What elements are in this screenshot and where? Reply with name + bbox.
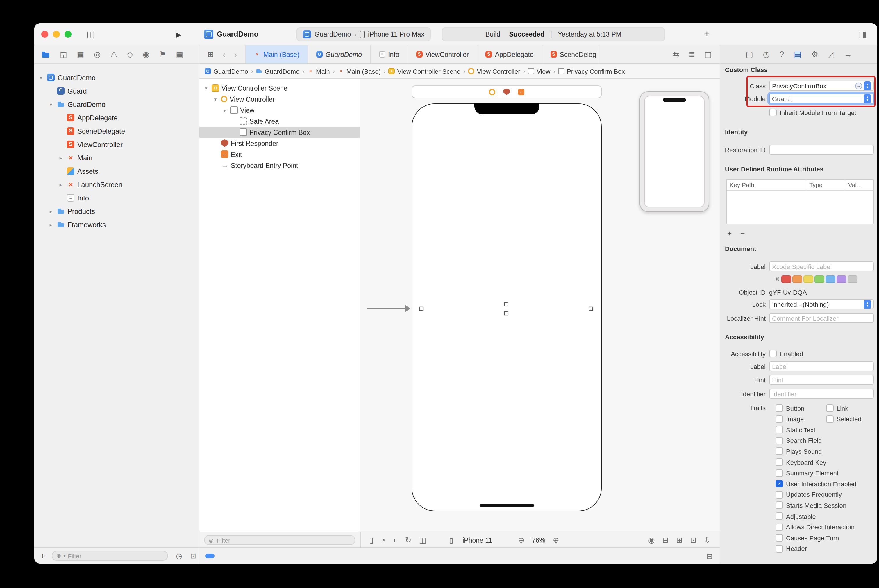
zoom-level[interactable]: 76% — [532, 537, 545, 543]
zoom-window-button[interactable] — [65, 31, 72, 38]
trait-checkbox[interactable] — [775, 534, 783, 542]
a11y-hint-field[interactable]: Hint — [769, 375, 874, 385]
clear-color-button[interactable]: × — [775, 275, 779, 282]
outline-item[interactable]: ←Exit — [200, 149, 360, 160]
outline-item[interactable]: Safe Area — [200, 116, 360, 127]
device-label-group[interactable]: ▯ iPhone 11 — [449, 532, 492, 548]
tab-overview-icon[interactable]: ⊞ — [207, 51, 214, 58]
identity-inspector-icon[interactable]: ▤ — [794, 51, 801, 58]
selection-handle-right[interactable] — [589, 307, 593, 311]
activity-view[interactable]: Build Succeeded | Yesterday at 5:13 PM — [442, 27, 665, 41]
connections-inspector-icon[interactable]: → — [844, 51, 852, 58]
trait-checkbox[interactable] — [775, 404, 783, 412]
navigator-item[interactable]: ▸Products — [34, 204, 199, 218]
disclosure-triangle[interactable]: ▾ — [212, 96, 219, 102]
inspector-toggle-icon[interactable]: ◨ — [859, 23, 867, 45]
outline-item[interactable]: First Responder — [200, 138, 360, 149]
trait-item[interactable]: Header — [775, 544, 807, 553]
outline-item[interactable]: ▾View Controller Scene — [200, 82, 360, 93]
trait-item[interactable]: Search Field — [775, 436, 822, 445]
run-button[interactable]: ▶ — [176, 23, 181, 45]
align-icon[interactable]: ⊞ — [676, 536, 683, 544]
breadcrumb-item[interactable]: View — [528, 68, 550, 75]
issue-navigator-icon[interactable]: ⚠ — [110, 51, 117, 58]
file-inspector-icon[interactable]: ▢ — [745, 51, 753, 58]
editor-adjust-icon[interactable]: ≣ — [689, 51, 695, 58]
trait-checkbox[interactable] — [775, 415, 783, 423]
accessibility-enabled-checkbox[interactable] — [769, 350, 777, 357]
report-navigator-icon[interactable]: ▤ — [176, 51, 183, 58]
view-controller-dock-icon[interactable] — [489, 88, 495, 95]
navigator-item[interactable]: Assets — [34, 164, 199, 178]
trait-checkbox[interactable] — [775, 458, 783, 466]
document-label-field[interactable]: Xcode Specific Label — [769, 261, 874, 272]
outline-item[interactable]: ▾View Controller — [200, 93, 360, 105]
navigator-item[interactable]: SSceneDelegate — [34, 124, 199, 138]
a11y-label-field[interactable]: Label — [769, 362, 874, 371]
trait-item[interactable]: ✓User Interaction Enabled — [775, 479, 856, 488]
recents-filter-icon[interactable]: ◷ — [176, 552, 182, 559]
breadcrumb-item[interactable]: ×Main — [307, 68, 330, 75]
trait-checkbox[interactable] — [775, 502, 783, 509]
storyboard-canvas[interactable]: ← — [361, 79, 720, 532]
label-color-swatch[interactable] — [804, 275, 814, 283]
outline-item[interactable]: Privacy Confirm Box — [200, 127, 360, 138]
trait-item[interactable]: Static Text — [775, 425, 815, 434]
selection-handle-center-bottom[interactable] — [504, 311, 508, 315]
appearance-icon[interactable]: ◐ — [393, 536, 398, 544]
trait-item[interactable]: Updates Frequently — [775, 490, 842, 499]
scheme-selector[interactable]: GuardDemo › iPhone 11 Pro Max — [296, 27, 431, 41]
trait-item[interactable]: Button — [775, 404, 805, 412]
find-navigator-icon[interactable]: ◎ — [94, 51, 101, 58]
attributes-inspector-icon[interactable]: ⚙ — [811, 51, 818, 58]
disclosure-triangle[interactable]: ▸ — [57, 155, 64, 160]
navigator-item[interactable]: ▸×LaunchScreen — [34, 178, 199, 191]
add-file-button[interactable]: + — [40, 551, 45, 561]
navigator-item[interactable]: ▾GuardDemo — [34, 71, 199, 84]
trait-checkbox[interactable] — [775, 448, 783, 455]
device-bezel-icon[interactable]: ▯ — [369, 536, 373, 544]
disclosure-triangle[interactable]: ▾ — [48, 101, 54, 107]
adaptation-icon[interactable]: ◫ — [419, 536, 427, 544]
trait-item[interactable]: Link — [826, 404, 848, 412]
back-icon[interactable]: ‹ — [222, 50, 225, 58]
outline-filter-field[interactable]: ⊜ Filter — [204, 535, 355, 545]
trait-checkbox[interactable] — [775, 545, 783, 552]
label-color-swatch[interactable] — [781, 275, 792, 283]
lock-dropdown[interactable]: Inherited - (Nothing) ▲▼ — [769, 299, 874, 309]
trait-checkbox[interactable] — [775, 513, 783, 520]
module-dropdown-icon[interactable]: ▲▼ — [864, 94, 871, 103]
trait-item[interactable]: Starts Media Session — [775, 501, 846, 510]
restoration-id-field[interactable] — [769, 145, 874, 154]
minimize-window-button[interactable] — [53, 31, 60, 38]
trait-checkbox[interactable] — [775, 426, 783, 434]
disclosure-triangle[interactable]: ▸ — [48, 222, 54, 228]
scm-filter-icon[interactable]: ⊡ — [190, 552, 196, 559]
resolve-layout-icon[interactable]: ⇩ — [704, 536, 711, 544]
label-color-swatch[interactable] — [826, 275, 836, 283]
selection-handle-center-top[interactable] — [504, 302, 508, 306]
trait-checkbox[interactable]: ✓ — [775, 480, 783, 488]
trait-item[interactable]: Summary Element — [775, 469, 838, 477]
localizer-hint-field[interactable]: Comment For Localizer — [769, 313, 874, 323]
forward-icon[interactable]: › — [234, 50, 237, 58]
trait-checkbox[interactable] — [775, 437, 783, 444]
update-frames-icon[interactable]: ◉ — [648, 536, 655, 544]
breadcrumb-item[interactable]: ×Main (Base) — [338, 68, 381, 75]
class-field[interactable]: PrivacyConfirmBox → ▲▼ — [769, 81, 874, 91]
jump-to-class-icon[interactable]: → — [855, 82, 862, 89]
breadcrumb-item[interactable]: View Controller — [468, 68, 520, 75]
editor-tab[interactable]: ≡Info — [371, 45, 408, 63]
pin-constraints-icon[interactable]: ⊡ — [690, 536, 696, 544]
outline-item[interactable]: ▾View — [200, 105, 360, 116]
editor-tab[interactable]: SViewController — [408, 45, 477, 63]
navigator-item[interactable]: Guard — [34, 84, 199, 98]
disclosure-triangle[interactable]: ▸ — [48, 208, 54, 214]
lock-dropdown-icon[interactable]: ▲▼ — [864, 300, 871, 309]
add-tab-button[interactable]: + — [704, 23, 710, 45]
disclosure-triangle[interactable]: ▾ — [203, 85, 209, 91]
embed-in-stack-icon[interactable]: ⊟ — [663, 536, 669, 544]
navigator-filter-field[interactable]: ⊜ ▾ Filter — [52, 551, 168, 561]
inherit-module-checkbox[interactable] — [769, 109, 777, 116]
accessibility-preview-icon[interactable]: ◔ — [381, 536, 385, 544]
